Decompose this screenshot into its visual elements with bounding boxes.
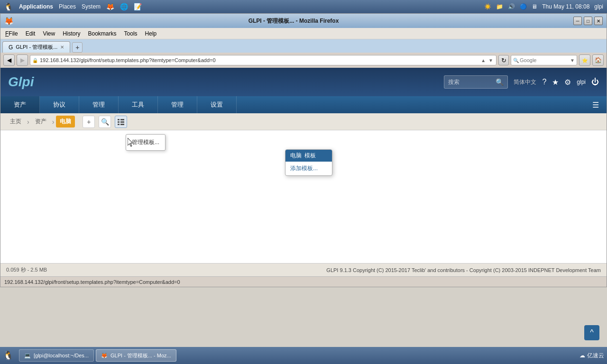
window-close-button[interactable]: ✕: [594, 17, 603, 25]
firefox-addressbar: ◀ ▶ 🔒 192.168.144.132/glpi/front/setup.t…: [0, 53, 607, 68]
glpi-logout-button[interactable]: ⏻: [591, 78, 599, 86]
nav-settings[interactable]: 设置: [197, 96, 237, 113]
popup-header-col1: 电脑: [290, 152, 302, 160]
os-logo: 🐧: [4, 2, 13, 11]
list-icon: [118, 118, 124, 125]
glpi-bookmark-icon[interactable]: ★: [552, 78, 559, 87]
glpi-navigation: 资产 协议 管理 工具 管理 设置 ☰: [0, 96, 607, 113]
address-down-arrow[interactable]: ▼: [487, 58, 494, 63]
reload-button[interactable]: ↻: [498, 55, 509, 65]
browser-extra-btn1[interactable]: ⭐: [579, 55, 590, 66]
dropdown-item-templates[interactable]: 管理模板...: [126, 136, 165, 148]
nav-admin[interactable]: 管理: [79, 96, 119, 113]
glpi-user-label: glpi: [577, 79, 586, 85]
window-maximize-button[interactable]: □: [584, 17, 592, 25]
os-taskbar-top: 🐧 Applications Places System 🦊 🌐 📝 ☀️ 📁 …: [0, 0, 607, 13]
firefox-title: GLPI - 管理模板... - Mozilla Firefox: [14, 17, 573, 25]
menu-history[interactable]: History: [60, 29, 83, 38]
glpi-breadcrumb: 主页 › 资产 › 电脑 + 🔍: [0, 113, 607, 130]
firefox-menubar: FFile Edit View History Bookmarks Tools …: [0, 28, 607, 39]
breadcrumb-assets[interactable]: 资产: [31, 116, 50, 127]
firefox-tabbar: G GLPI - 管理模板... ✕ +: [0, 39, 607, 53]
glpi-app: Glpi 🔍 简体中文 ? ★ ⚙ glpi ⏻ 资产 协议: [0, 68, 607, 276]
svg-rect-1: [120, 119, 124, 120]
os-bluetooth-icon: 🔵: [520, 3, 527, 10]
os-system-menu[interactable]: System: [82, 3, 101, 10]
breadcrumb-search-button[interactable]: 🔍: [99, 116, 111, 128]
glpi-copyright: GLPI 9.1.3 Copyright (C) 2015-2017 Tecli…: [326, 267, 601, 273]
breadcrumb-arrow-1: ›: [27, 118, 29, 126]
nav-tools[interactable]: 工具: [119, 96, 158, 113]
window-minimize-button[interactable]: ─: [573, 17, 582, 25]
browser-tab-active[interactable]: G GLPI - 管理模板... ✕: [2, 41, 70, 53]
tab-label: GLPI - 管理模板...: [16, 44, 57, 51]
search-engine-icon: 🔍: [513, 58, 519, 63]
new-tab-button[interactable]: +: [72, 42, 83, 53]
nav-assist[interactable]: 协议: [40, 96, 79, 113]
menu-help[interactable]: Help: [142, 29, 160, 38]
breadcrumb-home[interactable]: 主页: [6, 116, 25, 127]
os-network-icon: ☀️: [484, 3, 491, 10]
glpi-statusbar: 0.059 秒 - 2.5 MB GLPI 9.1.3 Copyright (C…: [0, 263, 607, 276]
menu-bookmarks[interactable]: Bookmarks: [85, 29, 120, 38]
browser-search-box[interactable]: 🔍 ▼: [511, 55, 577, 65]
menu-view[interactable]: View: [40, 29, 58, 38]
os-edit-shortcut: 📝: [134, 3, 142, 10]
glpi-language-selector[interactable]: 简体中文: [514, 78, 536, 86]
back-button[interactable]: ◀: [3, 55, 15, 66]
os-username: glpi: [594, 3, 603, 10]
firefox-window: 🦊 GLPI - 管理模板... - Mozilla Firefox ─ □ ✕…: [0, 13, 607, 287]
popup-add-template-link[interactable]: 添加模板...: [290, 165, 318, 172]
menu-tools[interactable]: Tools: [121, 29, 140, 38]
dropdown-menu[interactable]: 管理模板...: [126, 134, 166, 151]
svg-rect-2: [118, 121, 120, 123]
menu-edit[interactable]: Edit: [23, 29, 38, 38]
os-applications-menu[interactable]: Applications: [19, 3, 53, 10]
os-datetime: Thu May 11, 08:08: [542, 3, 589, 10]
browser-search-input[interactable]: [520, 57, 570, 63]
breadcrumb-arrow-2: ›: [52, 118, 55, 126]
breadcrumb-actions: + 🔍: [83, 116, 127, 128]
os-settings-icon: 📁: [496, 3, 503, 10]
popup-card: 电脑 模板 添加模板...: [285, 149, 332, 176]
svg-rect-0: [118, 119, 120, 120]
svg-rect-3: [120, 121, 124, 123]
menu-file[interactable]: FFile: [2, 29, 21, 38]
breadcrumb-list-button[interactable]: [115, 116, 127, 128]
glpi-help-icon[interactable]: ?: [542, 78, 546, 86]
browser-home-button[interactable]: 🏠: [592, 55, 604, 66]
address-bar[interactable]: 🔒 192.168.144.132/glpi/front/setup.templ…: [30, 55, 497, 65]
firefox-logo-icon: 🦊: [4, 17, 14, 26]
glpi-performance: 0.059 秒 - 2.5 MB: [6, 266, 47, 273]
glpi-search-button[interactable]: 🔍: [496, 78, 504, 86]
os-display-icon: 🖥: [532, 3, 537, 10]
glpi-search-input[interactable]: [448, 79, 496, 85]
status-url: 192.168.144.132/glpi/front/setup.templat…: [4, 279, 180, 285]
firefox-titlebar: 🦊 GLPI - 管理模板... - Mozilla Firefox ─ □ ✕: [0, 14, 607, 28]
firefox-status-bar: 192.168.144.132/glpi/front/setup.templat…: [0, 276, 607, 287]
svg-rect-4: [118, 124, 120, 125]
glpi-header: Glpi 🔍 简体中文 ? ★ ⚙ glpi ⏻: [0, 68, 607, 96]
breadcrumb-add-button[interactable]: +: [83, 116, 95, 128]
svg-rect-5: [120, 124, 124, 125]
nav-assets[interactable]: 资产: [0, 96, 40, 113]
glpi-search-box[interactable]: 🔍: [444, 75, 508, 89]
tab-favicon: G: [9, 44, 13, 51]
address-security-icon: 🔒: [32, 58, 38, 63]
glpi-logo: Glpi: [8, 74, 34, 90]
glpi-header-actions: 简体中文 ? ★ ⚙ glpi ⏻: [514, 78, 599, 87]
breadcrumb-computer[interactable]: 电脑: [56, 116, 75, 127]
glpi-logo-text: Glpi: [8, 74, 34, 89]
os-browser-shortcut: 🌐: [120, 3, 128, 10]
glpi-header-right: 🔍 简体中文 ? ★ ⚙ glpi ⏻: [444, 75, 599, 89]
address-up-arrow[interactable]: ▲: [480, 58, 487, 63]
forward-button[interactable]: ▶: [17, 55, 28, 66]
os-volume-icon: 🔊: [508, 3, 515, 10]
tab-close-icon[interactable]: ✕: [60, 45, 64, 50]
search-dropdown-icon[interactable]: ▼: [570, 58, 575, 63]
nav-hamburger-menu[interactable]: ☰: [585, 100, 607, 109]
nav-manage[interactable]: 管理: [158, 96, 197, 113]
glpi-settings-icon[interactable]: ⚙: [564, 78, 571, 87]
address-text: 192.168.144.132/glpi/front/setup.templat…: [40, 57, 480, 63]
os-places-menu[interactable]: Places: [59, 3, 76, 10]
